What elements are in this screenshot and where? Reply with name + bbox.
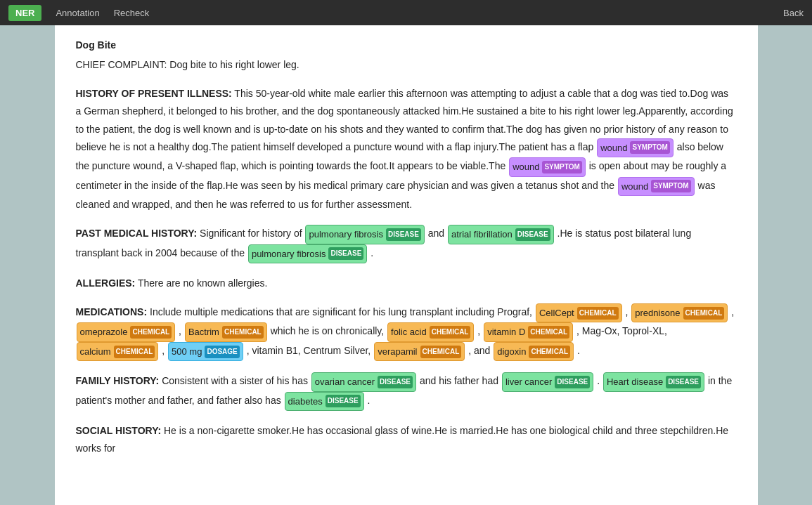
liver-tag[interactable]: liver cancer DISEASE	[502, 372, 593, 391]
disease-label-2: DISEASE	[515, 228, 550, 241]
symptom-label-1: SYMPTOM	[630, 141, 669, 154]
chem-label-1: CHEMICAL	[577, 307, 619, 320]
back-button[interactable]: Back	[783, 8, 804, 18]
past-text2: and	[428, 228, 447, 240]
wound-tag-3[interactable]: wound SYMPTOM	[618, 177, 695, 196]
med-sep5: ,	[477, 326, 483, 337]
wound-text-2: wound	[513, 159, 539, 175]
omeprazole-text: omeprazole	[80, 324, 128, 340]
med-sep2: ,	[731, 306, 734, 317]
wound-text-1: wound	[600, 140, 627, 156]
folicacid-text: folic acid	[391, 324, 427, 340]
atrial-tag[interactable]: atrial fibrillation DISEASE	[448, 225, 554, 244]
medications-heading: MEDICATIONS:	[76, 306, 148, 317]
diabetes-text: diabetes	[288, 393, 323, 409]
past-text4: .	[370, 247, 373, 258]
diabetes-tag[interactable]: diabetes DISEASE	[285, 392, 364, 411]
disease-label-3: DISEASE	[328, 247, 363, 260]
family-history-paragraph: FAMILY HISTORY: Consistent with a sister…	[76, 372, 737, 411]
prednisone-text: prednisone	[635, 305, 680, 321]
top-bar: NER Annotation Recheck Back	[0, 0, 812, 25]
chem-label-6: CHEMICAL	[528, 326, 569, 339]
chem-label-5: CHEMICAL	[430, 326, 471, 339]
disease-label-1: DISEASE	[386, 228, 421, 241]
chem-label-7: CHEMICAL	[114, 346, 155, 358]
vitamind-tag[interactable]: vitamin D CHEMICAL	[484, 322, 573, 341]
history-heading: HISTORY OF PRESENT ILLNESS:	[76, 88, 232, 99]
past-medical-paragraph: PAST MEDICAL HISTORY: Significant for hi…	[76, 225, 737, 263]
allergies-text: There are no known allergies.	[138, 277, 267, 289]
omeprazole-tag[interactable]: omeprazole CHEMICAL	[77, 322, 176, 341]
cellcept-text: CellCept	[539, 305, 574, 321]
chem-label-3: CHEMICAL	[130, 326, 172, 339]
history-paragraph: HISTORY OF PRESENT ILLNESS: This 50-year…	[76, 85, 737, 214]
family-text2: and his father had	[420, 376, 501, 387]
med-sep7: ,	[162, 345, 167, 356]
document-title: Dog Bite	[76, 39, 737, 51]
chem-label-4: CHEMICAL	[222, 326, 264, 339]
dosage-text: 500 mg	[172, 343, 202, 360]
disease-f-label-3: DISEASE	[666, 376, 701, 388]
bactrim-text: Bactrim	[188, 324, 219, 340]
med-sep3: ,	[179, 326, 184, 337]
family-heading: FAMILY HISTORY:	[76, 376, 160, 387]
med-text9: , vitamin B1, Centrum Silver,	[247, 345, 374, 356]
med-text10: , and	[468, 345, 493, 356]
med-text7: , Mag-Ox, Toprol-XL,	[576, 326, 667, 337]
pulmonary-text-1: pulmonary fibrosis	[309, 226, 383, 242]
prednisone-tag[interactable]: prednisone CHEMICAL	[631, 303, 728, 322]
chief-complaint: CHIEF COMPLAINT: Dog bite to his right l…	[76, 56, 737, 74]
past-heading: PAST MEDICAL HISTORY:	[76, 228, 198, 240]
verapamil-tag[interactable]: verapamil CHEMICAL	[374, 342, 465, 361]
symptom-label-3: SYMPTOM	[651, 180, 690, 192]
disease-f-label-4: DISEASE	[326, 395, 361, 407]
disease-f-label-2: DISEASE	[555, 376, 590, 388]
pulmonary-text-2: pulmonary fibrosis	[252, 246, 326, 262]
recheck-button[interactable]: Recheck	[114, 8, 150, 18]
digoxin-tag[interactable]: digoxin CHEMICAL	[494, 342, 574, 361]
medications-paragraph: MEDICATIONS: Include multiple medication…	[76, 303, 737, 361]
heart-text: Heart disease	[607, 374, 663, 390]
atrial-text: atrial fibrillation	[451, 226, 513, 242]
folicacid-tag[interactable]: folic acid CHEMICAL	[387, 322, 474, 341]
main-content: Dog Bite CHIEF COMPLAINT: Dog bite to hi…	[55, 25, 758, 505]
bactrim-tag[interactable]: Bactrim CHEMICAL	[185, 322, 267, 341]
social-text: He is a non-cigarette smoker.He has occa…	[76, 425, 729, 454]
symptom-label-2: SYMPTOM	[542, 161, 581, 173]
verapamil-text: verapamil	[378, 343, 417, 360]
chem-label-8: CHEMICAL	[420, 346, 462, 358]
dosage-tag[interactable]: 500 mg DOSAGE	[168, 342, 243, 361]
disease-f-label-1: DISEASE	[378, 376, 413, 388]
ner-button[interactable]: NER	[8, 5, 41, 21]
calcium-text: calcium	[80, 343, 111, 360]
vitamind-text: vitamin D	[487, 324, 525, 340]
ovarian-text: ovarian cancer	[315, 374, 375, 390]
family-sep: .	[597, 376, 602, 387]
med-text5: which he is on chronically,	[271, 326, 387, 337]
med-text11: .	[577, 345, 580, 356]
liver-text: liver cancer	[505, 374, 552, 390]
allergies-heading: ALLERGIES:	[76, 277, 136, 289]
wound-tag-1[interactable]: wound SYMPTOM	[597, 138, 674, 157]
family-text5: .	[368, 395, 370, 406]
cellcept-tag[interactable]: CellCept CHEMICAL	[536, 303, 622, 322]
social-heading: SOCIAL HISTORY:	[76, 425, 162, 436]
calcium-tag[interactable]: calcium CHEMICAL	[77, 342, 159, 361]
pulmonary-fibrosis-tag-2[interactable]: pulmonary fibrosis DISEASE	[248, 244, 367, 263]
chem-label-2: CHEMICAL	[683, 307, 725, 320]
med-sep1: ,	[625, 306, 631, 317]
dosage-label: DOSAGE	[205, 346, 239, 358]
digoxin-text: digoxin	[497, 343, 526, 360]
annotation-button[interactable]: Annotation	[56, 8, 99, 18]
heart-tag[interactable]: Heart disease DISEASE	[603, 372, 704, 391]
allergies-paragraph: ALLERGIES: There are no known allergies.	[76, 275, 737, 292]
chem-label-9: CHEMICAL	[529, 346, 570, 358]
past-text1: Significant for history of	[200, 228, 304, 240]
med-text1: Include multiple medications that are si…	[150, 306, 535, 317]
social-history-paragraph: SOCIAL HISTORY: He is a non-cigarette sm…	[76, 422, 737, 457]
pulmonary-fibrosis-tag-1[interactable]: pulmonary fibrosis DISEASE	[305, 225, 424, 244]
wound-text-3: wound	[621, 178, 648, 195]
wound-tag-2[interactable]: wound SYMPTOM	[509, 157, 586, 176]
family-text1: Consistent with a sister of his has	[162, 376, 311, 387]
ovarian-tag[interactable]: ovarian cancer DISEASE	[311, 372, 416, 391]
